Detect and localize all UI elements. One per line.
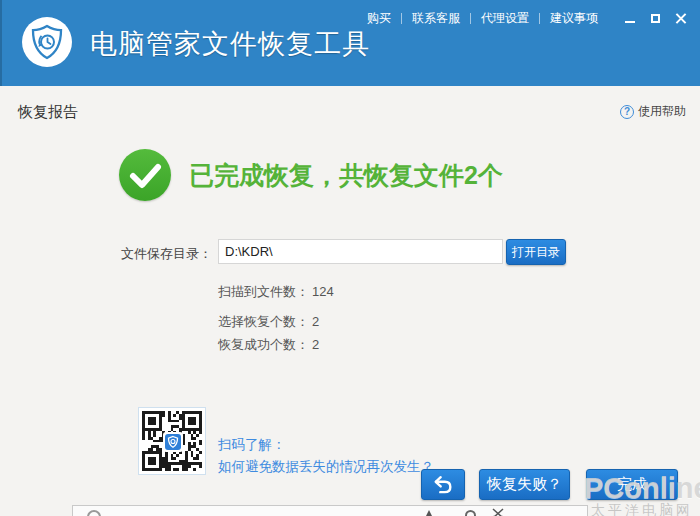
help-label: 使用帮助	[638, 103, 686, 120]
done-button[interactable]: 完成	[586, 469, 678, 500]
maximize-button[interactable]	[647, 11, 663, 27]
pen-tip-icon	[425, 510, 433, 516]
close-icon	[675, 13, 686, 24]
stat-recovered-files: 恢复成功个数：2	[218, 336, 319, 354]
circle-tool-icon	[465, 510, 476, 516]
maximize-icon	[651, 14, 660, 23]
stat-scanned-files: 扫描到文件数：124	[218, 283, 334, 301]
qr-caption-line2: 如何避免数据丢失的情况再次发生？	[218, 458, 434, 476]
undo-arrow-icon	[431, 474, 455, 496]
overlapping-toolbar-edge	[72, 505, 588, 516]
qr-code	[138, 407, 206, 475]
partial-tool-icon	[87, 510, 101, 516]
stat-label: 扫描到文件数：	[218, 284, 309, 299]
scissors-icon	[491, 508, 505, 516]
stat-label: 选择恢复个数：	[218, 314, 309, 329]
top-menu: 购买 联系客服 代理设置 建议事项	[357, 9, 688, 28]
watermark-subtitle: 太平洋电脑网	[584, 503, 700, 516]
question-circle-icon: ?	[620, 105, 634, 119]
close-button[interactable]	[672, 11, 688, 27]
menu-item-contact-support[interactable]: 联系客服	[402, 9, 470, 28]
window-controls	[622, 11, 688, 27]
save-dir-input[interactable]	[218, 239, 503, 264]
recovery-result: 已完成恢复，共恢复文件2个	[119, 149, 503, 201]
open-directory-button[interactable]: 打开目录	[506, 239, 566, 265]
app-window: 购买 联系客服 代理设置 建议事项 电脑管家文件恢复工具	[0, 0, 700, 516]
success-check-icon	[119, 149, 171, 201]
stat-selected-files: 选择恢复个数：2	[218, 313, 319, 331]
recovery-failed-button[interactable]: 恢复失败？	[479, 469, 570, 500]
stat-value: 124	[312, 284, 334, 299]
save-dir-label: 文件保存目录：	[110, 245, 212, 263]
menu-item-proxy-settings[interactable]: 代理设置	[471, 9, 539, 28]
minimize-icon	[625, 21, 635, 23]
help-link[interactable]: ? 使用帮助	[620, 103, 686, 120]
back-button[interactable]	[421, 469, 465, 500]
app-logo-shield-clock-icon	[22, 17, 72, 67]
qr-center-shield-logo-icon	[163, 432, 183, 452]
menu-item-suggestions[interactable]: 建议事项	[540, 9, 608, 28]
page-title: 恢复报告	[18, 103, 78, 122]
minimize-button[interactable]	[622, 11, 638, 27]
qr-caption-line1: 扫码了解：	[218, 436, 286, 454]
title-bar: 购买 联系客服 代理设置 建议事项 电脑管家文件恢复工具	[0, 0, 700, 86]
success-message: 已完成恢复，共恢复文件2个	[189, 159, 503, 192]
stat-value: 2	[312, 314, 319, 329]
stat-label: 恢复成功个数：	[218, 337, 309, 352]
stat-value: 2	[312, 337, 319, 352]
app-title: 电脑管家文件恢复工具	[90, 26, 370, 62]
